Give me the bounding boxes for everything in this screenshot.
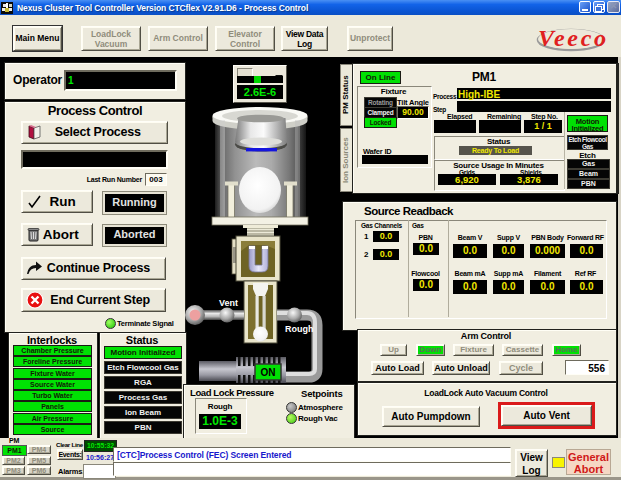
svg-text:ON: ON (261, 367, 276, 378)
svg-text:Rough: Rough (285, 324, 314, 334)
svg-text:Vent: Vent (219, 298, 238, 308)
svg-text:Veeco: Veeco (538, 25, 606, 51)
